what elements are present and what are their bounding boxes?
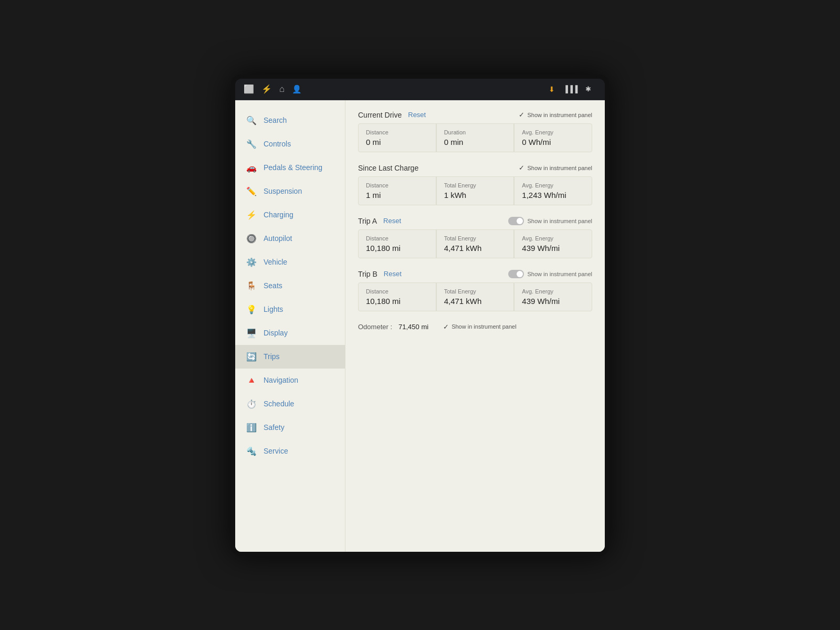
- vehicle-icon: ⚙️: [246, 257, 257, 267]
- section-current_drive: Current DriveReset ✓ Show in instrument …: [358, 111, 592, 152]
- schedule-icon: ⏱️: [246, 399, 257, 409]
- sidebar: 🔍 Search 🔧 Controls 🚗 Pedals & Steering …: [235, 100, 345, 552]
- since_last_charge-header: Since Last Charge ✓ Show in instrument p…: [358, 164, 592, 172]
- odometer-panel-label: Show in instrument panel: [452, 323, 517, 330]
- trip_b-toggle[interactable]: Show in instrument panel: [508, 270, 592, 278]
- since_last_charge-stats-grid: Distance 1 mi Total Energy 1 kWh Avg. En…: [358, 176, 592, 205]
- main-content: 🔍 Search 🔧 Controls 🚗 Pedals & Steering …: [235, 100, 605, 552]
- since_last_charge-stat-avg-energy: Avg. Energy 1,243 Wh/mi: [514, 177, 592, 205]
- stat-label: Duration: [444, 129, 507, 135]
- trips-icon: 🔄: [246, 352, 257, 362]
- status-right: ⬇ ▌▌▌ ✱: [549, 85, 596, 93]
- sidebar-item-seats[interactable]: 🪑 Seats: [235, 274, 345, 298]
- trip_a-stats-grid: Distance 10,180 mi Total Energy 4,471 kW…: [358, 229, 592, 258]
- stat-value: 10,180 mi: [366, 244, 428, 253]
- odometer-show-panel[interactable]: ✓ Show in instrument panel: [443, 323, 517, 331]
- current_drive-show-panel[interactable]: ✓ Show in instrument panel: [519, 111, 592, 119]
- toggle-trip_b[interactable]: [508, 270, 524, 278]
- stat-label: Total Energy: [444, 235, 507, 242]
- trips-label: Trips: [264, 352, 280, 361]
- check-icon: ✓: [519, 111, 524, 119]
- current_drive-stat-duration: Duration 0 min: [437, 124, 514, 152]
- content-panel: Current DriveReset ✓ Show in instrument …: [345, 100, 605, 552]
- trip_b-stat-distance: Distance 10,180 mi: [359, 283, 436, 311]
- trip_b-reset[interactable]: Reset: [384, 270, 402, 278]
- show-panel-label: Show in instrument panel: [527, 165, 592, 171]
- stat-value: 0 min: [444, 138, 507, 146]
- sidebar-item-charging[interactable]: ⚡ Charging: [235, 203, 345, 227]
- stat-value: 10,180 mi: [366, 297, 428, 306]
- service-icon: 🔩: [246, 446, 257, 456]
- sidebar-item-safety[interactable]: ℹ️ Safety: [235, 416, 345, 439]
- stat-label: Distance: [366, 235, 428, 242]
- display-label: Display: [264, 329, 288, 337]
- stat-label: Avg. Energy: [522, 182, 584, 188]
- pedals-label: Pedals & Steering: [264, 163, 322, 172]
- sidebar-item-navigation[interactable]: 🔺 Navigation: [235, 369, 345, 392]
- sidebar-item-service[interactable]: 🔩 Service: [235, 439, 345, 463]
- sidebar-item-pedals[interactable]: 🚗 Pedals & Steering: [235, 156, 345, 180]
- trip_a-reset[interactable]: Reset: [383, 217, 401, 225]
- screen: ⬜ ⚡ ⌂ 👤 ⬇ ▌▌▌ ✱ 🔍 Search: [235, 79, 605, 552]
- sidebar-item-lights[interactable]: 💡 Lights: [235, 298, 345, 321]
- trip_a-stat-avg-energy: Avg. Energy 439 Wh/mi: [514, 230, 592, 258]
- sidebar-item-search[interactable]: 🔍 Search: [235, 109, 345, 132]
- trip_a-title: Trip A: [358, 217, 377, 225]
- stat-value: 1 kWh: [444, 191, 507, 200]
- current_drive-header: Current DriveReset ✓ Show in instrument …: [358, 111, 592, 119]
- lights-label: Lights: [264, 305, 283, 313]
- signal-icon: ▌▌▌: [565, 85, 580, 93]
- service-label: Service: [264, 447, 288, 455]
- schedule-label: Schedule: [264, 400, 294, 408]
- device-frame: ⬜ ⚡ ⌂ 👤 ⬇ ▌▌▌ ✱ 🔍 Search: [231, 75, 609, 556]
- stat-value: 0 Wh/mi: [522, 138, 584, 146]
- autopilot-label: Autopilot: [264, 234, 292, 243]
- sidebar-item-schedule[interactable]: ⏱️ Schedule: [235, 392, 345, 416]
- odometer-value: 71,450 mi: [398, 323, 428, 331]
- stat-label: Avg. Energy: [522, 288, 584, 295]
- since_last_charge-stat-distance: Distance 1 mi: [359, 177, 436, 205]
- pedals-icon: 🚗: [246, 163, 257, 173]
- stat-value: 4,471 kWh: [444, 297, 507, 306]
- stat-value: 1,243 Wh/mi: [522, 191, 584, 200]
- sidebar-item-trips[interactable]: 🔄 Trips: [235, 345, 345, 369]
- sidebar-item-suspension[interactable]: ✏️ Suspension: [235, 180, 345, 203]
- lights-icon: 💡: [246, 304, 257, 314]
- safety-label: Safety: [264, 423, 285, 432]
- seats-label: Seats: [264, 281, 282, 290]
- display-icon: 🖥️: [246, 328, 257, 338]
- stat-label: Distance: [366, 288, 428, 295]
- since_last_charge-show-panel[interactable]: ✓ Show in instrument panel: [519, 164, 592, 172]
- navigation-label: Navigation: [264, 376, 298, 384]
- controls-label: Controls: [264, 140, 291, 148]
- since_last_charge-title: Since Last Charge: [358, 164, 418, 172]
- sidebar-item-vehicle[interactable]: ⚙️ Vehicle: [235, 250, 345, 274]
- trip_a-header: Trip AReset Show in instrument panel: [358, 217, 592, 225]
- toggle-trip_a[interactable]: [508, 217, 524, 225]
- current_drive-reset[interactable]: Reset: [408, 111, 426, 119]
- home-icon[interactable]: ⌂: [279, 84, 285, 94]
- sidebar-item-autopilot[interactable]: 🔘 Autopilot: [235, 227, 345, 250]
- stat-label: Total Energy: [444, 182, 507, 188]
- safety-icon: ℹ️: [246, 423, 257, 433]
- stat-value: 0 mi: [366, 138, 428, 146]
- sidebar-item-controls[interactable]: 🔧 Controls: [235, 132, 345, 156]
- stat-label: Avg. Energy: [522, 235, 584, 242]
- sidebar-item-display[interactable]: 🖥️ Display: [235, 321, 345, 345]
- profile-button[interactable]: 👤: [292, 85, 305, 94]
- bolt-icon: ⚡: [261, 84, 272, 94]
- section-trip_b: Trip BReset Show in instrument panel Dis…: [358, 270, 592, 311]
- stat-label: Distance: [366, 129, 428, 135]
- show-panel-label: Show in instrument panel: [527, 218, 592, 224]
- check-icon: ✓: [519, 164, 524, 172]
- search-icon: 🔍: [246, 116, 257, 125]
- trip_b-header: Trip BReset Show in instrument panel: [358, 270, 592, 278]
- odometer-label: Odometer :: [358, 323, 392, 331]
- autopilot-icon: 🔘: [246, 234, 257, 244]
- copy-icon: ⬜: [244, 84, 254, 94]
- section-since_last_charge: Since Last Charge ✓ Show in instrument p…: [358, 164, 592, 205]
- trip_a-toggle[interactable]: Show in instrument panel: [508, 217, 592, 225]
- stat-value: 1 mi: [366, 191, 428, 200]
- search-label: Search: [264, 116, 287, 124]
- person-icon: 👤: [292, 85, 302, 94]
